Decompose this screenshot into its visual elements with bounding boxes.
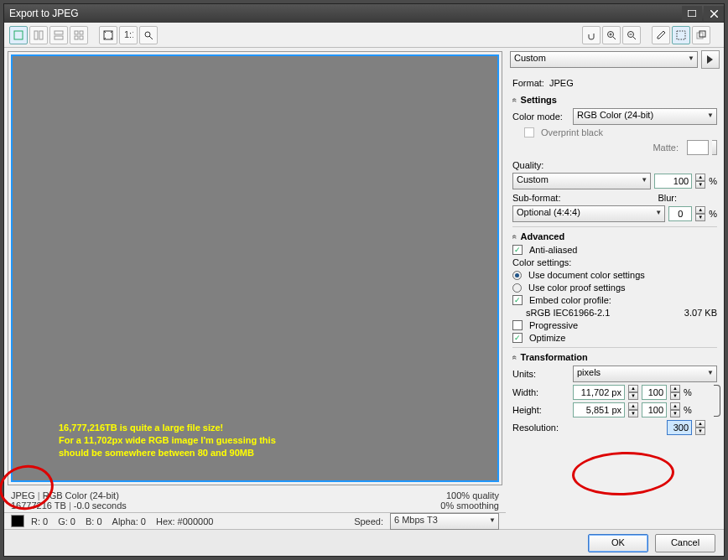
- units-label: Units:: [512, 369, 569, 379]
- svg-rect-0: [688, 10, 696, 17]
- units-select[interactable]: pixels: [573, 366, 717, 382]
- colorsettings-label: Color settings:: [512, 257, 717, 267]
- format-label: Format:: [512, 78, 544, 88]
- cancel-button[interactable]: Cancel: [655, 534, 715, 552]
- preset-menu-button[interactable]: [701, 50, 720, 69]
- svg-rect-23: [677, 31, 685, 39]
- svg-marker-26: [707, 55, 713, 64]
- color-hex: Hex: #000000: [156, 516, 214, 526]
- ok-button[interactable]: OK: [588, 534, 648, 552]
- svg-rect-8: [75, 31, 78, 34]
- status-smoothing: 0% smoothing: [440, 500, 499, 511]
- use-proof-label: Use color proof settings: [528, 283, 626, 293]
- blur-spinner[interactable]: ▲▼: [695, 206, 705, 221]
- height-input[interactable]: [573, 402, 625, 417]
- quality-label: Quality:: [512, 160, 717, 170]
- preview-pane: 16,777,216TB is quite a large file size!…: [4, 48, 506, 529]
- svg-rect-6: [55, 31, 63, 34]
- optimize-label: Optimize: [529, 333, 565, 343]
- hand-tool-button[interactable]: [582, 26, 601, 44]
- zoom-actual-button[interactable]: [139, 26, 158, 44]
- overlay-button[interactable]: [692, 26, 710, 44]
- colormode-label: Color mode:: [512, 111, 569, 122]
- titlebar: Export to JPEG: [4, 4, 724, 23]
- antialiased-checkbox[interactable]: ✓: [512, 245, 523, 255]
- speed-label: Speed:: [223, 516, 383, 526]
- preview-canvas[interactable]: 16,777,216TB is quite a large file size!…: [11, 54, 499, 482]
- progressive-label: Progressive: [529, 320, 578, 330]
- blur-value-input[interactable]: [668, 206, 692, 221]
- overprint-label: Overprint black: [541, 127, 603, 137]
- svg-rect-5: [39, 31, 43, 39]
- zoom-100-button[interactable]: 1:1: [119, 26, 138, 44]
- progressive-checkbox[interactable]: [512, 320, 523, 330]
- use-proof-radio[interactable]: [512, 283, 522, 293]
- status-colormode: RGB Color (24-bit): [43, 490, 119, 500]
- embed-checkbox[interactable]: ✓: [512, 295, 523, 305]
- svg-text:1:1: 1:1: [124, 30, 133, 39]
- width-pct-spinner[interactable]: ▲▼: [670, 385, 680, 400]
- section-advanced[interactable]: Advanced: [512, 231, 717, 241]
- svg-rect-10: [75, 36, 78, 39]
- optimize-checkbox[interactable]: ✓: [512, 333, 523, 343]
- color-swatch: [11, 515, 24, 527]
- width-spinner[interactable]: ▲▼: [628, 385, 638, 400]
- svg-rect-3: [14, 31, 23, 39]
- speed-select[interactable]: 6 Mbps T3: [390, 513, 499, 530]
- eyedropper-button[interactable]: [652, 26, 670, 44]
- svg-rect-7: [55, 36, 63, 39]
- zoom-out-button[interactable]: [622, 26, 641, 44]
- preset-select[interactable]: Custom: [510, 51, 698, 68]
- antialiased-label: Anti-aliased: [529, 245, 577, 255]
- marquee-button[interactable]: [672, 26, 690, 44]
- dialog-footer: OK Cancel: [4, 529, 724, 556]
- status-time: -0.0 seconds: [74, 500, 127, 511]
- use-doc-label: Use document color settings: [528, 270, 645, 280]
- width-label: Width:: [512, 387, 569, 397]
- canvas-wrap: 16,777,216TB is quite a large file size!…: [8, 51, 502, 485]
- svg-rect-4: [34, 31, 38, 39]
- quality-spinner[interactable]: ▲▼: [695, 174, 705, 189]
- status-quality: 100% quality: [440, 490, 499, 500]
- color-alpha: Alpha: 0: [112, 516, 146, 526]
- split-4-button[interactable]: [70, 26, 88, 44]
- height-spinner[interactable]: ▲▼: [628, 402, 638, 417]
- color-bar: R: 0 G: 0 B: 0 Alpha: 0 Hex: #000000 Spe…: [4, 512, 506, 529]
- color-r: R: 0: [31, 516, 48, 526]
- close-button[interactable]: [704, 6, 724, 21]
- zoom-in-button[interactable]: [602, 26, 621, 44]
- matte-label: Matte:: [653, 143, 679, 153]
- resolution-spinner[interactable]: ▲▼: [695, 420, 705, 435]
- annotation-text: 16,777,216TB is quite a large file size!…: [59, 422, 276, 459]
- window-title: Export to JPEG: [9, 8, 680, 19]
- split-h-button[interactable]: [49, 26, 68, 44]
- maximize-button[interactable]: [682, 6, 702, 21]
- subformat-label: Sub-format:: [512, 193, 654, 203]
- matte-swatch[interactable]: [687, 140, 709, 155]
- colormode-select[interactable]: RGB Color (24-bit): [573, 108, 717, 125]
- quality-value-input[interactable]: [654, 174, 692, 189]
- resolution-label: Resolution:: [512, 423, 575, 433]
- resolution-input[interactable]: [667, 420, 692, 435]
- quality-select[interactable]: Custom: [512, 173, 651, 189]
- width-input[interactable]: [573, 385, 625, 400]
- status-block: JPEG | RGB Color (24-bit) 16777216 TB | …: [4, 489, 506, 512]
- height-pct-spinner[interactable]: ▲▼: [670, 402, 680, 417]
- section-transformation[interactable]: Transformation: [512, 352, 717, 362]
- overprint-checkbox: [524, 127, 534, 137]
- zoom-fit-button[interactable]: [99, 26, 117, 44]
- width-pct-input[interactable]: [642, 385, 667, 400]
- blur-label: Blur:: [658, 193, 677, 203]
- subformat-select[interactable]: Optional (4:4:4): [512, 205, 665, 222]
- height-label: Height:: [512, 405, 569, 415]
- profile-size: 3.07 KB: [684, 308, 717, 318]
- format-value: JPEG: [549, 78, 574, 88]
- embed-label: Embed color profile:: [529, 295, 611, 305]
- split-v-button[interactable]: [29, 26, 48, 44]
- height-pct-input[interactable]: [642, 402, 667, 417]
- matte-dropdown-icon[interactable]: [712, 140, 717, 155]
- use-doc-radio[interactable]: [512, 271, 522, 280]
- single-pane-button[interactable]: [9, 26, 28, 44]
- svg-rect-11: [80, 36, 83, 39]
- section-settings[interactable]: Settings: [512, 95, 717, 105]
